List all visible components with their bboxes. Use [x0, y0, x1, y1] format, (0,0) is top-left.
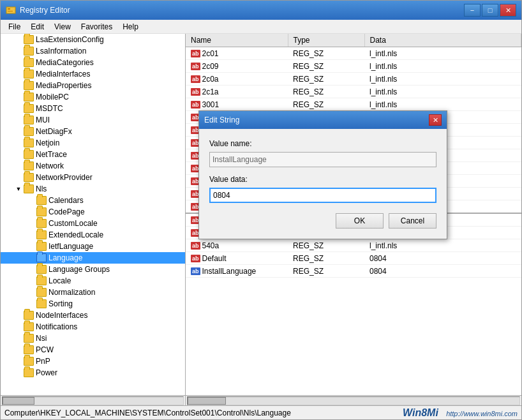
watermark-text: Win8Mi [403, 407, 438, 418]
status-bar: Computer\HKEY_LOCAL_MACHINE\SYSTEM\Contr… [1, 405, 521, 419]
menu-view[interactable]: View [49, 21, 76, 33]
maximize-button[interactable]: □ [482, 4, 498, 17]
dialog-body: Value name: Value data: OK Cancel [199, 129, 447, 239]
value-data-label: Value data: [209, 175, 436, 184]
menu-help[interactable]: Help [117, 21, 144, 33]
dialog-overlay: Edit String ✕ Value name: Value data: OK… [1, 34, 521, 395]
svg-rect-2 [8, 11, 13, 11]
minimize-button[interactable]: − [464, 4, 481, 17]
registry-editor-window: Registry Editor − □ ✕ File Edit View Fav… [0, 0, 522, 420]
value-name-label: Value name: [209, 139, 436, 148]
edit-string-dialog: Edit String ✕ Value name: Value data: OK… [198, 110, 447, 239]
svg-rect-1 [8, 8, 10, 10]
dialog-close-button[interactable]: ✕ [429, 114, 442, 126]
dialog-title-bar: Edit String ✕ [199, 111, 447, 129]
status-watermark: Win8Mi http://www.win8mi.com [403, 407, 518, 419]
menu-file[interactable]: File [3, 21, 26, 33]
status-path: Computer\HKEY_LOCAL_MACHINE\SYSTEM\Contr… [4, 409, 291, 417]
registry-icon [6, 5, 16, 15]
dialog-title-text: Edit String [204, 116, 239, 124]
window-title: Registry Editor [20, 6, 70, 15]
close-button[interactable]: ✕ [500, 4, 516, 17]
watermark-url: http://www.win8mi.com [446, 410, 518, 417]
ok-button[interactable]: OK [336, 213, 384, 229]
menu-bar: File Edit View Favorites Help [1, 20, 521, 34]
value-name-input[interactable] [209, 152, 436, 167]
main-content: LsaExtensionConfig LsaInformation MediaC… [1, 34, 521, 395]
cancel-button[interactable]: Cancel [389, 213, 436, 229]
menu-favorites[interactable]: Favorites [76, 21, 117, 33]
bottom-scrollbar-area [1, 395, 521, 405]
value-data-input[interactable] [209, 188, 436, 203]
dialog-buttons: OK Cancel [209, 213, 436, 229]
title-controls: − □ ✕ [464, 4, 516, 17]
menu-edit[interactable]: Edit [26, 21, 49, 33]
title-bar-left: Registry Editor [6, 5, 70, 15]
title-bar: Registry Editor − □ ✕ [1, 1, 521, 20]
svg-rect-0 [6, 7, 15, 13]
